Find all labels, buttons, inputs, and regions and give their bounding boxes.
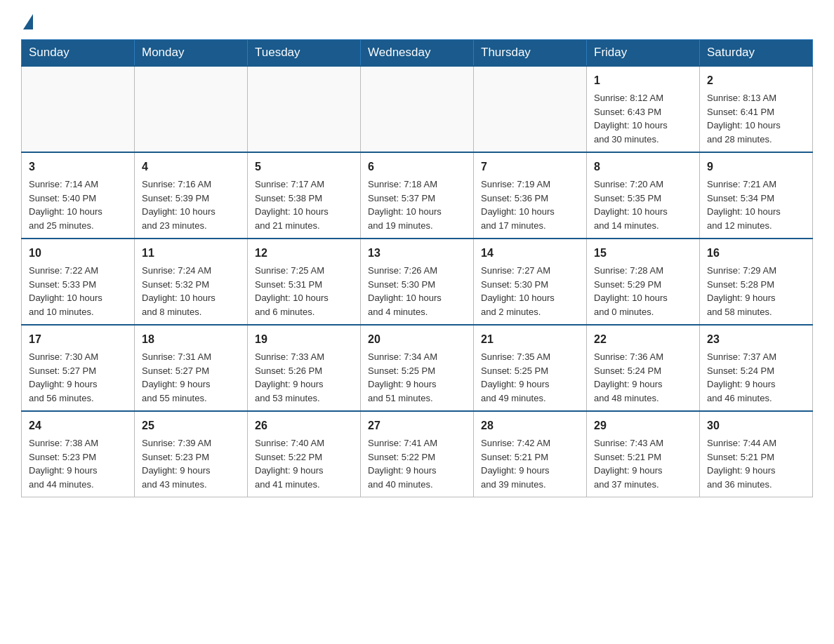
weekday-header-monday: Monday: [135, 40, 248, 67]
day-number: 4: [142, 159, 240, 175]
calendar-cell: 25Sunrise: 7:39 AMSunset: 5:23 PMDayligh…: [135, 411, 248, 497]
day-number: 25: [142, 417, 240, 434]
calendar-cell: 19Sunrise: 7:33 AMSunset: 5:26 PMDayligh…: [248, 325, 361, 411]
calendar-cell: 27Sunrise: 7:41 AMSunset: 5:22 PMDayligh…: [361, 411, 474, 497]
day-number: 21: [481, 331, 579, 348]
calendar-cell: 15Sunrise: 7:28 AMSunset: 5:29 PMDayligh…: [587, 239, 700, 325]
calendar-cell: 1Sunrise: 8:12 AMSunset: 6:43 PMDaylight…: [587, 66, 700, 152]
day-info: Sunrise: 7:34 AMSunset: 5:25 PMDaylight:…: [368, 350, 466, 405]
day-number: 5: [255, 159, 353, 175]
calendar-cell: 14Sunrise: 7:27 AMSunset: 5:30 PMDayligh…: [474, 239, 587, 325]
page-header: [21, 14, 813, 28]
calendar-cell: 13Sunrise: 7:26 AMSunset: 5:30 PMDayligh…: [361, 239, 474, 325]
calendar-cell: 8Sunrise: 7:20 AMSunset: 5:35 PMDaylight…: [587, 152, 700, 239]
day-number: 23: [707, 331, 805, 348]
calendar-cell: 17Sunrise: 7:30 AMSunset: 5:27 PMDayligh…: [22, 325, 135, 411]
week-row-3: 10Sunrise: 7:22 AMSunset: 5:33 PMDayligh…: [22, 239, 813, 325]
day-info: Sunrise: 7:18 AMSunset: 5:37 PMDaylight:…: [368, 177, 466, 232]
day-info: Sunrise: 7:14 AMSunset: 5:40 PMDaylight:…: [29, 177, 127, 232]
day-number: 13: [368, 245, 466, 262]
day-number: 11: [142, 245, 240, 262]
day-info: Sunrise: 7:19 AMSunset: 5:36 PMDaylight:…: [481, 177, 579, 232]
week-row-5: 24Sunrise: 7:38 AMSunset: 5:23 PMDayligh…: [22, 411, 813, 497]
day-number: 6: [368, 159, 466, 175]
calendar-cell: 2Sunrise: 8:13 AMSunset: 6:41 PMDaylight…: [700, 66, 813, 152]
day-number: 26: [255, 417, 353, 434]
day-number: 1: [594, 72, 692, 89]
calendar-cell: 29Sunrise: 7:43 AMSunset: 5:21 PMDayligh…: [587, 411, 700, 497]
day-number: 24: [29, 417, 127, 434]
calendar-cell: 20Sunrise: 7:34 AMSunset: 5:25 PMDayligh…: [361, 325, 474, 411]
calendar-cell: 21Sunrise: 7:35 AMSunset: 5:25 PMDayligh…: [474, 325, 587, 411]
calendar-cell: [361, 66, 474, 152]
day-info: Sunrise: 7:38 AMSunset: 5:23 PMDaylight:…: [29, 436, 127, 491]
weekday-header-friday: Friday: [587, 40, 700, 67]
weekday-header-saturday: Saturday: [700, 40, 813, 67]
day-number: 29: [594, 417, 692, 434]
day-info: Sunrise: 7:29 AMSunset: 5:28 PMDaylight:…: [707, 264, 805, 318]
calendar-cell: 23Sunrise: 7:37 AMSunset: 5:24 PMDayligh…: [700, 325, 813, 411]
day-info: Sunrise: 7:44 AMSunset: 5:21 PMDaylight:…: [707, 436, 805, 491]
calendar-cell: 7Sunrise: 7:19 AMSunset: 5:36 PMDaylight…: [474, 152, 587, 239]
day-number: 30: [707, 417, 805, 434]
calendar-cell: [22, 66, 135, 152]
weekday-header-thursday: Thursday: [474, 40, 587, 67]
day-info: Sunrise: 7:16 AMSunset: 5:39 PMDaylight:…: [142, 177, 240, 232]
day-info: Sunrise: 7:36 AMSunset: 5:24 PMDaylight:…: [594, 350, 692, 405]
day-number: 17: [29, 331, 127, 348]
logo: [21, 14, 33, 28]
day-number: 22: [594, 331, 692, 348]
day-number: 27: [368, 417, 466, 434]
day-info: Sunrise: 7:41 AMSunset: 5:22 PMDaylight:…: [368, 436, 466, 491]
day-info: Sunrise: 7:30 AMSunset: 5:27 PMDaylight:…: [29, 350, 127, 405]
calendar-cell: 30Sunrise: 7:44 AMSunset: 5:21 PMDayligh…: [700, 411, 813, 497]
calendar-cell: 26Sunrise: 7:40 AMSunset: 5:22 PMDayligh…: [248, 411, 361, 497]
day-number: 14: [481, 245, 579, 262]
day-number: 2: [707, 72, 805, 89]
day-number: 3: [29, 159, 127, 175]
day-info: Sunrise: 7:17 AMSunset: 5:38 PMDaylight:…: [255, 177, 353, 232]
calendar-cell: 6Sunrise: 7:18 AMSunset: 5:37 PMDaylight…: [361, 152, 474, 239]
calendar-cell: 9Sunrise: 7:21 AMSunset: 5:34 PMDaylight…: [700, 152, 813, 239]
day-info: Sunrise: 7:37 AMSunset: 5:24 PMDaylight:…: [707, 350, 805, 405]
day-info: Sunrise: 7:28 AMSunset: 5:29 PMDaylight:…: [594, 264, 692, 318]
calendar-cell: [135, 66, 248, 152]
day-info: Sunrise: 7:33 AMSunset: 5:26 PMDaylight:…: [255, 350, 353, 405]
calendar-cell: 12Sunrise: 7:25 AMSunset: 5:31 PMDayligh…: [248, 239, 361, 325]
weekday-header-row: SundayMondayTuesdayWednesdayThursdayFrid…: [22, 40, 813, 67]
day-info: Sunrise: 7:24 AMSunset: 5:32 PMDaylight:…: [142, 264, 240, 318]
calendar-table: SundayMondayTuesdayWednesdayThursdayFrid…: [21, 39, 813, 497]
calendar-cell: 3Sunrise: 7:14 AMSunset: 5:40 PMDaylight…: [22, 152, 135, 239]
day-info: Sunrise: 8:13 AMSunset: 6:41 PMDaylight:…: [707, 91, 805, 146]
day-number: 18: [142, 331, 240, 348]
calendar-cell: [474, 66, 587, 152]
calendar-cell: 18Sunrise: 7:31 AMSunset: 5:27 PMDayligh…: [135, 325, 248, 411]
week-row-4: 17Sunrise: 7:30 AMSunset: 5:27 PMDayligh…: [22, 325, 813, 411]
calendar-cell: 11Sunrise: 7:24 AMSunset: 5:32 PMDayligh…: [135, 239, 248, 325]
calendar-cell: 16Sunrise: 7:29 AMSunset: 5:28 PMDayligh…: [700, 239, 813, 325]
day-info: Sunrise: 7:21 AMSunset: 5:34 PMDaylight:…: [707, 177, 805, 232]
day-info: Sunrise: 7:35 AMSunset: 5:25 PMDaylight:…: [481, 350, 579, 405]
day-info: Sunrise: 7:25 AMSunset: 5:31 PMDaylight:…: [255, 264, 353, 318]
day-number: 28: [481, 417, 579, 434]
calendar-cell: 4Sunrise: 7:16 AMSunset: 5:39 PMDaylight…: [135, 152, 248, 239]
weekday-header-tuesday: Tuesday: [248, 40, 361, 67]
day-info: Sunrise: 7:39 AMSunset: 5:23 PMDaylight:…: [142, 436, 240, 491]
calendar-cell: 22Sunrise: 7:36 AMSunset: 5:24 PMDayligh…: [587, 325, 700, 411]
day-number: 15: [594, 245, 692, 262]
calendar-cell: [248, 66, 361, 152]
day-info: Sunrise: 7:31 AMSunset: 5:27 PMDaylight:…: [142, 350, 240, 405]
day-info: Sunrise: 7:20 AMSunset: 5:35 PMDaylight:…: [594, 177, 692, 232]
day-number: 8: [594, 159, 692, 175]
calendar-cell: 24Sunrise: 7:38 AMSunset: 5:23 PMDayligh…: [22, 411, 135, 497]
calendar-cell: 10Sunrise: 7:22 AMSunset: 5:33 PMDayligh…: [22, 239, 135, 325]
week-row-1: 1Sunrise: 8:12 AMSunset: 6:43 PMDaylight…: [22, 66, 813, 152]
day-number: 16: [707, 245, 805, 262]
day-number: 9: [707, 159, 805, 175]
day-number: 7: [481, 159, 579, 175]
calendar-cell: 28Sunrise: 7:42 AMSunset: 5:21 PMDayligh…: [474, 411, 587, 497]
day-info: Sunrise: 7:43 AMSunset: 5:21 PMDaylight:…: [594, 436, 692, 491]
day-info: Sunrise: 8:12 AMSunset: 6:43 PMDaylight:…: [594, 91, 692, 146]
day-info: Sunrise: 7:42 AMSunset: 5:21 PMDaylight:…: [481, 436, 579, 491]
logo-triangle-icon: [23, 14, 33, 29]
